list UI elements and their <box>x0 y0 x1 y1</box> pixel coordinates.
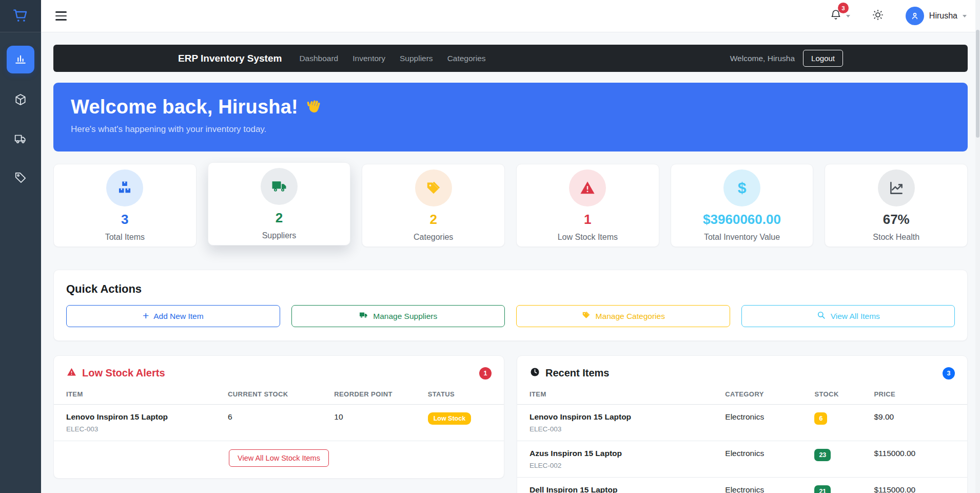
sidebar-item-suppliers[interactable] <box>9 128 32 151</box>
quick-actions-panel: Quick Actions + Add New Item Manage Supp… <box>53 270 968 341</box>
column-header-status: Status <box>428 390 492 398</box>
tag-icon <box>14 171 27 186</box>
column-header-item: Item <box>66 390 228 398</box>
stat-value: 1 <box>584 212 591 227</box>
item-code: ELEC-002 <box>530 462 725 469</box>
item-category: Electronics <box>725 412 814 422</box>
theme-toggle-button[interactable] <box>872 9 884 23</box>
dollar-icon: $ <box>723 169 760 206</box>
navbar-brand[interactable]: ERP Inventory System <box>178 53 282 64</box>
recent-items-card: Recent Items 3 Item Category Stock Price… <box>517 355 968 493</box>
warning-icon <box>569 169 606 206</box>
stat-value: 2 <box>276 210 283 226</box>
recent-items-count-badge: 3 <box>943 367 955 380</box>
sun-icon <box>872 9 884 23</box>
stat-label: Total Items <box>105 233 145 242</box>
truck-icon <box>261 168 298 205</box>
table-row[interactable]: Lenovo Inspiron 15 Laptop ELEC-003 6 10 … <box>54 405 504 441</box>
page-scrollbar[interactable] <box>975 0 980 493</box>
stat-label: Categories <box>414 233 453 242</box>
banner-title: Welcome back, Hirusha! <box>71 96 298 118</box>
nav-link-categories[interactable]: Categories <box>447 54 486 63</box>
nav-link-inventory[interactable]: Inventory <box>352 54 385 63</box>
item-name: Lenovo Inspiron 15 Laptop <box>530 412 725 422</box>
stat-label: Stock Health <box>873 233 919 242</box>
card-title: Low Stock Alerts <box>82 367 165 379</box>
item-name: Azus Inspiron 15 Laptop <box>530 449 725 458</box>
waving-hand-icon <box>305 97 324 118</box>
navbar-welcome-text: Welcome, Hirusha <box>730 54 795 63</box>
item-price: $115000.00 <box>874 449 955 458</box>
button-label: Manage Categories <box>596 312 665 321</box>
app-navbar: ERP Inventory System Dashboard Inventory… <box>53 45 968 72</box>
stat-card-suppliers[interactable]: 2 Suppliers <box>208 162 351 245</box>
navbar-links: Dashboard Inventory Suppliers Categories <box>299 54 485 63</box>
stats-row: 3 Total Items 2 Suppliers <box>53 164 968 247</box>
stock-badge: 6 <box>814 412 827 425</box>
stat-card-categories[interactable]: 2 Categories <box>362 164 505 247</box>
app-logo-cart-icon[interactable] <box>0 0 41 32</box>
add-new-item-button[interactable]: + Add New Item <box>66 305 280 327</box>
table-row[interactable]: Azus Inspiron 15 Laptop ELEC-002 Electro… <box>517 441 967 478</box>
low-stock-count-badge: 1 <box>479 367 492 380</box>
stat-card-inventory-value[interactable]: $ $3960060.00 Total Inventory Value <box>671 164 814 247</box>
low-stock-alerts-card: Low Stock Alerts 1 Item Current Stock Re… <box>53 355 504 479</box>
chevron-down-icon <box>963 15 967 17</box>
chevron-down-icon <box>846 15 850 17</box>
tags-icon <box>415 169 452 206</box>
sidebar <box>0 0 41 493</box>
table-header: Item Category Stock Price <box>517 387 967 405</box>
item-price: $115000.00 <box>874 485 955 493</box>
item-price: $9.00 <box>874 412 955 422</box>
dashboard-page: 3 Hirusha ERP Inventory System <box>0 0 980 493</box>
logout-button[interactable]: Logout <box>803 50 843 67</box>
sidebar-item-dashboard[interactable] <box>7 46 34 73</box>
column-header-stock: Stock <box>814 390 874 398</box>
avatar <box>906 7 924 25</box>
main-area: 3 Hirusha ERP Inventory System <box>41 0 980 493</box>
item-name: Dell Inspiron 15 Laptop <box>530 485 725 493</box>
welcome-banner: Welcome back, Hirusha! Here's what's hap… <box>53 83 968 151</box>
menu-toggle-button[interactable] <box>55 11 67 20</box>
topbar-actions: 3 Hirusha <box>830 7 967 25</box>
column-header-item: Item <box>530 390 725 398</box>
clock-icon <box>530 367 540 380</box>
sidebar-item-categories[interactable] <box>9 167 32 191</box>
button-label: Manage Suppliers <box>373 312 437 321</box>
search-icon <box>816 310 826 322</box>
stat-card-stock-health[interactable]: 67% Stock Health <box>825 164 968 247</box>
stat-label: Total Inventory Value <box>704 233 780 242</box>
item-name: Lenovo Inspiron 15 Laptop <box>66 412 228 422</box>
item-code: ELEC-003 <box>530 425 725 433</box>
notification-count-badge: 3 <box>838 3 849 13</box>
box-icon <box>14 93 27 108</box>
notifications-button[interactable]: 3 <box>830 9 850 23</box>
truck-icon <box>359 310 368 322</box>
user-menu[interactable]: Hirusha <box>906 7 967 25</box>
stat-value: 3 <box>121 212 128 227</box>
table-header: Item Current Stock Reorder Point Status <box>54 387 504 405</box>
scrollbar-thumb[interactable] <box>976 30 979 138</box>
column-header-category: Category <box>725 390 814 398</box>
plus-icon: + <box>143 310 149 321</box>
stock-badge: 23 <box>814 449 831 461</box>
nav-link-suppliers[interactable]: Suppliers <box>400 54 433 63</box>
table-row[interactable]: Lenovo Inspiron 15 Laptop ELEC-003 Elect… <box>517 405 967 441</box>
graph-up-icon <box>878 169 915 206</box>
stat-card-total-items[interactable]: 3 Total Items <box>53 164 197 247</box>
view-all-low-stock-button[interactable]: View All Low Stock Items <box>229 449 329 467</box>
item-code: ELEC-003 <box>66 425 228 433</box>
warning-icon <box>66 367 77 380</box>
button-label: View All Items <box>831 312 880 321</box>
view-all-items-button[interactable]: View All Items <box>741 305 955 327</box>
nav-link-dashboard[interactable]: Dashboard <box>299 54 338 63</box>
boxes-icon <box>106 169 143 206</box>
item-category: Electronics <box>725 449 814 458</box>
stock-badge: 21 <box>814 485 831 493</box>
table-row[interactable]: Dell Inspiron 15 Laptop ELEC-001 Electro… <box>517 478 967 493</box>
sidebar-item-inventory[interactable] <box>9 89 32 112</box>
manage-categories-button[interactable]: Manage Categories <box>516 305 730 327</box>
user-name: Hirusha <box>929 11 957 21</box>
stat-card-low-stock[interactable]: 1 Low Stock Items <box>516 164 659 247</box>
manage-suppliers-button[interactable]: Manage Suppliers <box>291 305 505 327</box>
